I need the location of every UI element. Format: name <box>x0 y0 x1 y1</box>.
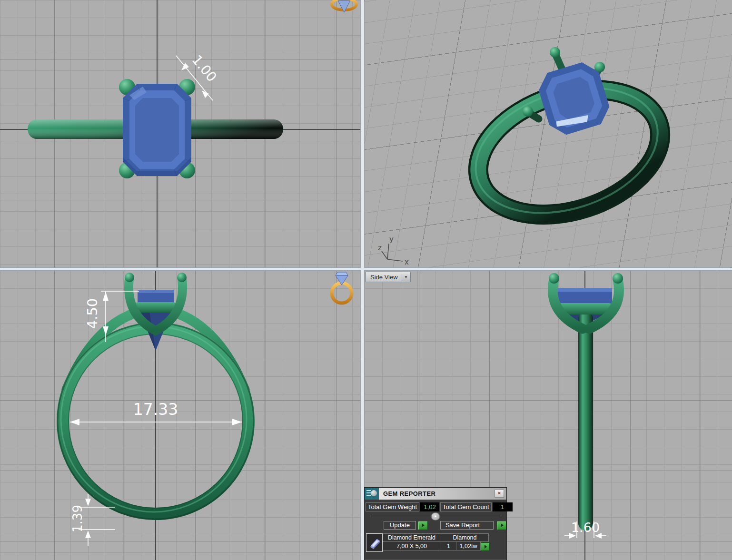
gem-reporter-dialog: GEM REPORTER × Total Gem Weight 1,02 Tot… <box>365 488 506 560</box>
viewport-top-view[interactable]: 1.00 <box>0 0 360 267</box>
gem-table-grid: Diamond Emerald Diamond 7,00 X 5,00 1 1,… <box>383 533 490 552</box>
girdle-rail-front[interactable] <box>134 302 178 313</box>
totals-row: Total Gem Weight 1,02 Total Gem Count 1 <box>366 502 505 511</box>
update-button[interactable]: Update <box>384 521 416 530</box>
gem-table-header-row: Diamond Emerald Diamond <box>383 533 490 542</box>
gem-count-cell[interactable]: 1 <box>441 542 456 550</box>
emerald-gem-icon <box>368 536 381 550</box>
dim-band-width-label: 1.60 <box>571 520 600 535</box>
dialog-titlebar[interactable]: GEM REPORTER × <box>365 488 506 500</box>
ring-gizmo-icon-front[interactable] <box>332 272 352 303</box>
dimension-band-width: 1.60 <box>564 520 606 539</box>
cad-workspace: 1.00 <box>0 0 732 560</box>
top-view-canvas: 1.00 <box>0 0 360 267</box>
viewport-name-dropdown[interactable]: Side View ▼ <box>366 272 411 282</box>
close-icon[interactable]: × <box>495 490 504 498</box>
viewport-front-view[interactable]: 4.50 17.33 1.39 <box>0 271 360 560</box>
collapse-divider: ▲ <box>370 513 501 519</box>
ring-gizmo-icon[interactable] <box>332 0 356 12</box>
collapse-icon[interactable]: ▲ <box>431 512 440 521</box>
gem-weight-cell[interactable]: 1,02tw <box>456 542 481 550</box>
perspective-canvas: y x z <box>365 0 732 267</box>
gem-name-cell[interactable]: Diamond Emerald <box>383 533 441 542</box>
dim-band-thickness-label: 1.39 <box>70 505 85 532</box>
update-run-icon[interactable] <box>418 521 428 530</box>
viewport-name-label: Side View <box>366 274 402 281</box>
save-report-button[interactable]: Save Report <box>440 521 494 530</box>
gem-reporter-icon <box>365 488 379 500</box>
axis-labels: y x z <box>378 235 409 266</box>
axis-indicator <box>382 244 403 261</box>
gem-size-cell[interactable]: 7,00 X 5,00 <box>383 542 441 550</box>
dimension-inner-diameter: 17.33 <box>70 400 242 425</box>
front-view-canvas: 4.50 17.33 1.39 <box>0 271 360 560</box>
actions-row: Update Save Report <box>384 521 506 530</box>
dim-prong-diameter-label: 1.00 <box>189 52 220 85</box>
gem-table-value-row: 7,00 X 5,00 1 1,02tw <box>383 542 490 550</box>
viewport-perspective[interactable]: y x z <box>365 0 732 267</box>
axis-y-label: y <box>389 235 394 244</box>
total-gem-weight-label: Total Gem Weight <box>366 502 419 511</box>
gemstone-top[interactable] <box>123 84 191 176</box>
axis-z-label: z <box>378 244 382 252</box>
gem-table: Diamond Emerald Diamond 7,00 X 5,00 1 1,… <box>366 533 506 552</box>
dim-head-height-label: 4.50 <box>84 298 100 329</box>
chevron-down-icon[interactable]: ▼ <box>402 273 410 281</box>
total-gem-count-label: Total Gem Count <box>440 502 492 511</box>
dialog-title: GEM REPORTER <box>379 488 495 500</box>
ring-band-front[interactable] <box>58 323 254 519</box>
total-gem-weight-value: 1,02 <box>420 502 439 511</box>
gem-type-cell[interactable]: Diamond <box>441 533 489 542</box>
ring-band-side[interactable] <box>578 312 593 531</box>
gem-thumbnail[interactable] <box>366 533 383 552</box>
total-gem-count-value: 1 <box>493 502 513 511</box>
axis-x-label: x <box>405 258 409 266</box>
dim-inner-diameter-label: 17.33 <box>133 400 178 419</box>
save-report-run-icon[interactable] <box>496 521 506 530</box>
gem-row-go-icon[interactable] <box>481 542 490 551</box>
